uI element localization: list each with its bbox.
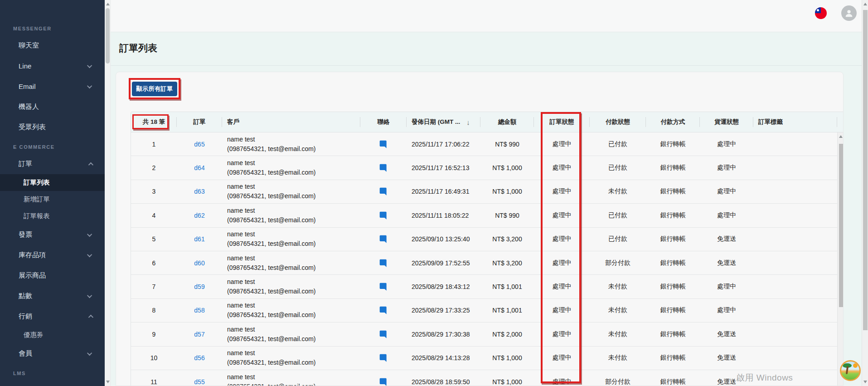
scroll-down-icon[interactable] xyxy=(106,381,110,383)
order-link[interactable]: d63 xyxy=(194,188,204,195)
column-header-payment-method[interactable]: 付款方式 xyxy=(646,112,700,132)
chat-bubble-icon[interactable] xyxy=(379,353,388,362)
top-navbar xyxy=(111,0,868,32)
chat-bubble-icon[interactable] xyxy=(379,187,388,196)
column-header-label: 共 18 筆 xyxy=(143,118,165,126)
customer-contact: (0987654321, test@email.com) xyxy=(227,239,316,249)
table-scroll-up-icon[interactable] xyxy=(839,135,843,138)
order-link[interactable]: d57 xyxy=(194,331,204,338)
column-header-contact[interactable]: 聯絡 xyxy=(360,112,407,132)
table-scrollbar-thumb[interactable] xyxy=(839,144,844,307)
column-header-shipping-status[interactable]: 貨運狀態 xyxy=(700,112,753,132)
order-link[interactable]: d65 xyxy=(194,141,204,148)
sidebar-item-會員[interactable]: 會員 xyxy=(0,343,105,364)
chat-bubble-icon[interactable] xyxy=(379,140,388,149)
cell-order-status: 處理中 xyxy=(534,180,590,203)
column-header-tag[interactable]: 訂單標籤 xyxy=(753,112,837,132)
sidebar-item-新增訂單[interactable]: 新增訂單 xyxy=(0,191,105,208)
sidebar-item-Email[interactable]: Email xyxy=(0,76,105,97)
order-link[interactable]: d61 xyxy=(194,235,204,243)
sidebar-scrollbar[interactable] xyxy=(105,0,111,386)
sidebar-item-課程列表[interactable]: 課程列表 xyxy=(0,380,105,386)
cell-payment-status: 部分付款 xyxy=(590,251,646,274)
cell-customer: name test(0987654321, test@email.com) xyxy=(222,132,360,156)
chat-bubble-icon[interactable] xyxy=(379,259,388,268)
column-header-label: 聯絡 xyxy=(378,118,390,126)
sidebar-item-text: 新增訂單 xyxy=(24,195,50,204)
order-link[interactable]: d62 xyxy=(194,212,204,219)
cell-contact xyxy=(360,370,407,386)
sidebar-item-優惠券[interactable]: 優惠券 xyxy=(0,327,105,343)
cell-shipping-status: 免運送 xyxy=(700,228,753,251)
floating-widget-island-icon[interactable] xyxy=(840,360,861,381)
language-flag-icon[interactable] xyxy=(815,7,827,19)
column-header-date[interactable]: 發佈日期 (GMT ...↓ xyxy=(407,112,480,132)
order-link[interactable]: d64 xyxy=(194,164,204,171)
column-header-customer[interactable]: 客戶 xyxy=(222,112,360,132)
cell-tag xyxy=(753,156,837,179)
order-link[interactable]: d60 xyxy=(194,259,204,267)
page-scroll-down-icon[interactable] xyxy=(863,381,867,383)
customer-name: name test xyxy=(227,206,316,215)
user-avatar[interactable] xyxy=(841,5,857,21)
cell-tag xyxy=(753,180,837,203)
sidebar-item-發票[interactable]: 發票 xyxy=(0,225,105,245)
order-link[interactable]: d58 xyxy=(194,307,204,314)
sidebar-item-訂單[interactable]: 訂單 xyxy=(0,154,105,174)
sidebar-item-行銷[interactable]: 行銷 xyxy=(0,306,105,327)
order-link[interactable]: d59 xyxy=(194,283,204,290)
sidebar-item-訂單列表[interactable]: 訂單列表 xyxy=(0,174,105,191)
column-header-order[interactable]: 訂單 xyxy=(177,112,222,132)
order-link[interactable]: d56 xyxy=(194,354,204,362)
sidebar-item-聊天室[interactable]: 聊天室 xyxy=(0,35,105,56)
chat-bubble-icon[interactable] xyxy=(379,306,388,315)
page-scroll-up-icon[interactable] xyxy=(863,3,867,5)
cell-tag xyxy=(753,228,837,251)
cell-payment-method: 銀行轉帳 xyxy=(646,322,700,346)
page-scrollbar[interactable] xyxy=(862,0,868,386)
cell-tag xyxy=(753,275,837,298)
column-header-label: 訂單標籤 xyxy=(758,118,783,126)
cell-order-status: 處理中 xyxy=(534,156,590,179)
sidebar-item-展示商品[interactable]: 展示商品 xyxy=(0,265,105,286)
chevron-down-icon xyxy=(87,83,92,88)
sidebar-item-受眾列表[interactable]: 受眾列表 xyxy=(0,117,105,137)
order-link[interactable]: d55 xyxy=(194,378,204,386)
chat-bubble-icon[interactable] xyxy=(379,377,388,386)
page-scrollbar-thumb[interactable] xyxy=(863,10,868,330)
chat-bubble-icon[interactable] xyxy=(379,282,388,291)
table-scrollbar[interactable] xyxy=(837,132,844,386)
chat-bubble-icon[interactable] xyxy=(379,330,388,339)
chat-bubble-icon[interactable] xyxy=(379,211,388,220)
column-header-payment-status[interactable]: 付款狀態 xyxy=(590,112,646,132)
cell-customer: name test(0987654321, test@email.com) xyxy=(222,322,360,346)
show-all-orders-button[interactable]: 顯示所有訂單 xyxy=(132,82,177,96)
chat-bubble-icon[interactable] xyxy=(379,163,388,172)
cell-payment-method: 銀行轉帳 xyxy=(646,251,700,274)
sidebar-item-點數[interactable]: 點數 xyxy=(0,286,105,306)
table-row-d58: 8d58name test(0987654321, test@email.com… xyxy=(131,299,837,322)
cell-shipping-status: 處理中 xyxy=(700,156,753,179)
customer-contact: (0987654321, test@email.com) xyxy=(227,215,316,225)
chevron-up-icon xyxy=(88,162,93,167)
table-row-d61: 5d61name test(0987654321, test@email.com… xyxy=(131,228,837,251)
orders-card: 顯示所有訂單 共 18 筆訂單客戶聯絡發佈日期 (GMT ...↓總金額訂單狀態… xyxy=(116,72,844,386)
sidebar-item-訂單報表[interactable]: 訂單報表 xyxy=(0,208,105,225)
column-header-label: 訂單狀態 xyxy=(550,118,574,126)
scroll-up-icon[interactable] xyxy=(106,3,110,5)
column-header-total[interactable]: 總金額 xyxy=(480,112,534,132)
cell-order-status: 處理中 xyxy=(534,204,590,227)
main-area: 訂單列表 顯示所有訂單 共 18 筆訂單客戶聯絡發佈日期 (GMT ...↓總金… xyxy=(111,0,868,386)
column-header-count[interactable]: 共 18 筆 xyxy=(131,112,177,132)
page-title: 訂單列表 xyxy=(119,42,157,54)
sort-descending-icon[interactable]: ↓ xyxy=(466,118,470,126)
sidebar-item-庫存品項[interactable]: 庫存品項 xyxy=(0,245,105,265)
sidebar-item-Line[interactable]: Line xyxy=(0,56,105,76)
column-header-order-status[interactable]: 訂單狀態 xyxy=(534,112,590,132)
cell-row-index: 11 xyxy=(131,370,177,386)
cell-order-id: d63 xyxy=(177,180,222,203)
chat-bubble-icon[interactable] xyxy=(379,235,388,244)
sidebar-scrollbar-thumb[interactable] xyxy=(106,8,110,64)
header-filler xyxy=(837,112,844,132)
sidebar-item-機器人[interactable]: 機器人 xyxy=(0,97,105,117)
